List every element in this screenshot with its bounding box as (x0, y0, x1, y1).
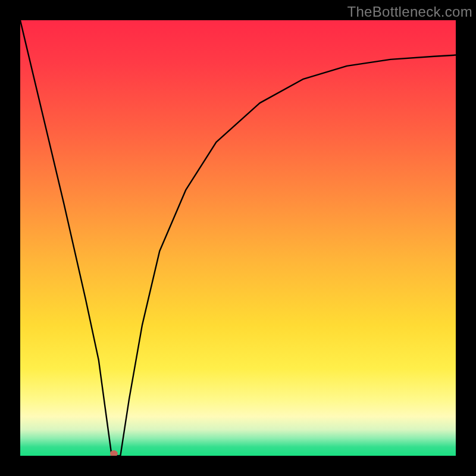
watermark-text: TheBottleneck.com (347, 4, 472, 20)
chart-frame: TheBottleneck.com (0, 0, 476, 476)
curve-line (20, 20, 456, 456)
bottleneck-curve (20, 20, 456, 456)
plot-area (20, 20, 456, 456)
minimum-marker (110, 450, 118, 456)
